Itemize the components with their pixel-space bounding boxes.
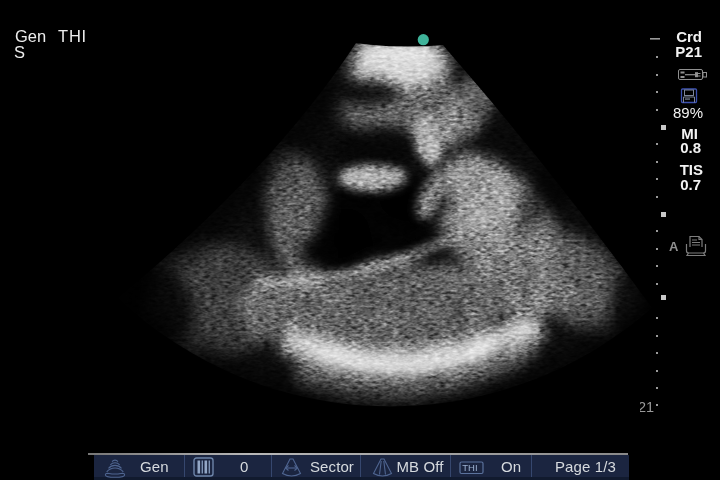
svg-text:THI: THI — [462, 462, 477, 473]
